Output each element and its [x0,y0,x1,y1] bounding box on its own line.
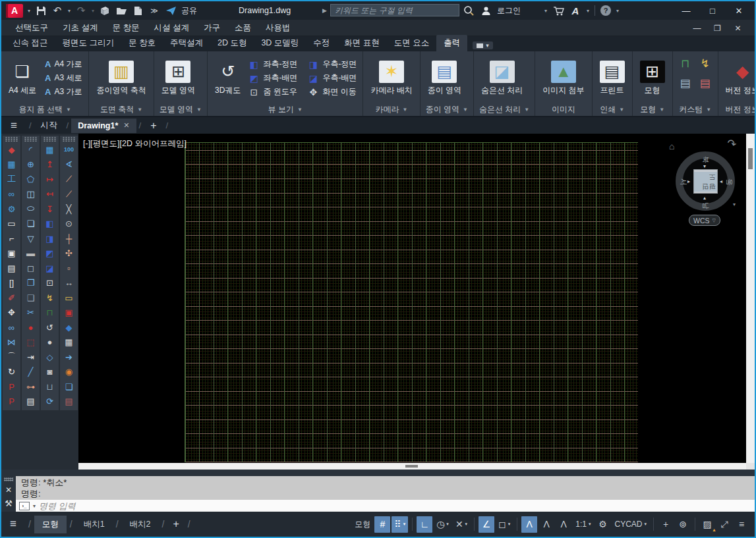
ribbon-tab-7[interactable]: 화면 표현 [337,35,386,51]
panel-footer-모형[interactable]: 모형▼ [633,103,672,116]
horizontal-scrollbar[interactable] [78,463,746,470]
copy-rotate-icon[interactable]: ⟳ [41,394,59,410]
undo-caret-icon[interactable]: ▾ [68,8,71,14]
fence-tool-icon[interactable]: ⊓ [681,57,689,70]
viewcube-arrow-left-icon[interactable]: ▸ [687,178,690,184]
menu-item-4[interactable]: 가구 [196,22,227,34]
brand-caret-icon[interactable]: ▾ [587,8,589,14]
ribbon-button-모델 영역[interactable]: ⊞모델 영역 [158,59,198,97]
panel-footer-모델 영역[interactable]: 모델 영역▼ [154,103,207,116]
isometric-drafting-icon[interactable]: ∠ [479,516,494,533]
viewcube-menu-caret-icon[interactable]: ▾ [733,202,736,207]
cylinder-icon[interactable]: ⬭ [22,202,40,217]
node-circle-icon[interactable]: ✣ [60,246,78,261]
box-cylinder-icon[interactable]: ⊔ [41,379,59,394]
viewport-label[interactable]: [-][평면도][2D 와이어프레임] [83,138,187,149]
sphere-icon[interactable]: ● [41,335,59,350]
zoom-rect-icon[interactable]: ⊡ [41,276,59,291]
share-plane-icon[interactable] [165,6,177,16]
viewcube-arrow-up-icon[interactable]: ▾ [703,163,706,169]
lightning-dim-icon[interactable]: ↯ [700,57,709,70]
app-logo-icon[interactable]: A [6,4,23,18]
mirror-icon[interactable]: ⋈ [3,335,20,350]
union-icon[interactable]: ❑ [22,290,40,306]
ribbon-small-button-A4 가로[interactable]: AA4 가로 [42,58,84,70]
wedge2-icon[interactable]: ◩ [41,246,59,261]
panel-footer-버전 정보[interactable]: 버전 정보 [718,103,756,116]
clean-screen-icon[interactable]: + [658,516,674,533]
ribbon-small-button-화면 이동[interactable]: ✥화면 이동 [306,86,359,98]
viewcube-arrow-down-icon[interactable]: ▴ [703,195,706,201]
ribbon-tab-5[interactable]: 3D 모델링 [254,35,306,51]
menu-item-3[interactable]: 시설 설계 [146,22,196,34]
layout-tab-배치1[interactable]: 배치1 [76,516,113,533]
vertical-scrollbar[interactable] [746,134,755,463]
search-input[interactable] [330,4,459,16]
object-snap-tracking-icon[interactable]: ✕▾ [453,516,470,533]
ribbon-button-이미지 첨부[interactable]: ▲이미지 첨부 [539,59,587,97]
move-icon[interactable]: ✥ [3,306,20,321]
window-minimize-button[interactable]: — [673,6,699,16]
ribbon-small-button-좌측-배면[interactable]: ◩좌측-배면 [247,72,299,84]
app-menu-caret-icon[interactable]: ▾ [28,8,30,14]
ribbon-small-button-좌측-정면[interactable]: ◧좌측-정면 [247,58,299,70]
orbit-icon[interactable]: ↺ [41,320,59,335]
search-go-icon[interactable]: ▶ [322,7,327,14]
ribbon-small-button-우측-배면[interactable]: ◪우측-배면 [306,72,359,84]
help-caret-icon[interactable]: ▾ [616,8,619,14]
flash-frame-icon[interactable]: ↯ [41,290,59,306]
circle-dot-icon[interactable]: ⊙ [60,217,78,232]
cube-icon[interactable]: ◻ [22,261,40,276]
cart-icon[interactable] [552,6,564,16]
rectangle-icon[interactable]: ▭ [3,217,20,232]
viewcube-west[interactable]: 서 [678,178,688,186]
layout-tab-배치2[interactable]: 배치2 [122,516,159,533]
break-icon[interactable]: ╱ [22,365,40,380]
viewcube-south[interactable]: 남 [701,202,711,209]
customize-icon[interactable]: ≡ [734,516,749,533]
command-close-icon[interactable]: ✕ [5,485,12,495]
panel-footer-종이 영역[interactable]: 종이 영역▼ [421,103,473,116]
menu-item-1[interactable]: 기초 설계 [55,22,105,34]
layout-menu-icon[interactable]: ≡ [1,518,25,531]
circle-plus-icon[interactable]: ⊕ [22,157,40,173]
ribbon-small-button-우측-정면[interactable]: ◨우측-정면 [306,58,359,70]
ribbon-button-종이 영역[interactable]: ▤종이 영역 [424,59,465,97]
panel-footer-도면 축척[interactable]: 도면 축척▼ [89,103,153,116]
p-block2-icon[interactable]: P [3,394,20,410]
bench-icon[interactable]: ⊓ [41,306,59,321]
mdi-close-button[interactable]: ✕ [728,24,748,33]
ribbon-button-3D궤도[interactable]: ↺3D궤도 [212,59,244,97]
ribbon-small-button-A3 가로[interactable]: AA3 가로 [42,86,84,98]
axis-cross-icon[interactable]: ┼ [60,231,78,246]
ortho-mode-icon[interactable]: ∟ [417,516,432,533]
node-line-icon[interactable]: ⊶ [22,379,40,394]
chain-icon[interactable]: ∞ [3,320,20,335]
align-left-icon[interactable]: ↤ [41,187,59,202]
graphics-performance-icon[interactable]: ▨ [699,516,715,533]
horizontal-scrollbar-thumb[interactable] [405,465,418,468]
annotation-autoscale-icon[interactable]: Λ [538,516,554,533]
ribbon-button-버전 정보[interactable]: ◆버전 정보 [722,59,756,97]
column-symbol-icon[interactable]: 工 [3,172,20,187]
settings-gear-icon[interactable]: ⚙ [595,516,610,533]
login-caret-icon[interactable]: ▾ [544,8,547,14]
command-grip-icon[interactable] [4,477,13,481]
layout-tab-모형[interactable]: 모형 [34,516,67,533]
ribbon-collapse-button[interactable]: ▾ [473,41,493,49]
x-cross-icon[interactable]: ╳ [60,202,78,217]
workspace-switcher[interactable]: CYCAD▾ [612,516,649,533]
ribbon-tab-3[interactable]: 주택설계 [163,35,210,51]
fillet-icon[interactable]: ⌒ [3,350,20,365]
redo-caret-icon[interactable]: ▾ [92,8,94,14]
ribbon-button-카메라 배치[interactable]: ✶카메라 배치 [367,59,415,97]
explode-icon[interactable]: ● [22,320,40,335]
viewcube-north[interactable]: 북 [701,156,711,163]
angle-dim-icon[interactable]: ∢ [60,157,78,173]
snap-mode-icon[interactable]: ⠿▾ [392,516,408,533]
ribbon-tab-1[interactable]: 평면도 그리기 [55,35,121,51]
camera-icon[interactable]: ◙ [41,365,59,380]
wmf-export-icon[interactable]: ➔ [60,350,78,365]
new-layout-button[interactable]: + [167,518,184,530]
box-3d-icon[interactable]: ◫ [22,187,40,202]
